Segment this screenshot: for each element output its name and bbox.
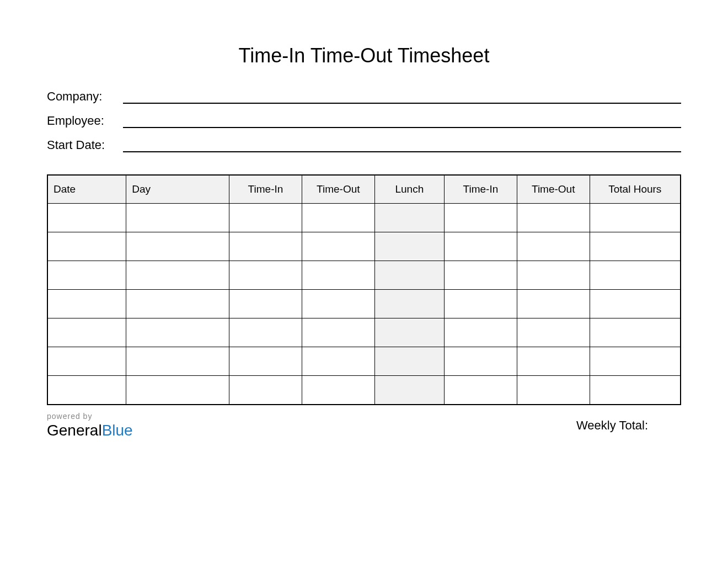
cell-time_in_2[interactable] (445, 376, 517, 405)
cell-total_hours[interactable] (590, 347, 681, 376)
timesheet-table: Date Day Time-In Time-Out Lunch Time-In … (47, 174, 681, 405)
table-row (47, 347, 681, 376)
powered-by-label: powered by (47, 412, 133, 421)
logo-general: General (47, 422, 102, 439)
cell-time_in_1[interactable] (229, 376, 302, 405)
table-row (47, 261, 681, 290)
cell-time_in_2[interactable] (445, 318, 517, 347)
cell-time_out_2[interactable] (517, 318, 590, 347)
cell-day[interactable] (126, 347, 229, 376)
cell-date[interactable] (47, 347, 126, 376)
header-day: Day (126, 175, 229, 204)
cell-time_out_2[interactable] (517, 376, 590, 405)
cell-time_in_2[interactable] (445, 290, 517, 318)
cell-total_hours[interactable] (590, 204, 681, 232)
cell-time_in_1[interactable] (229, 204, 302, 232)
header-time-in-2: Time-In (445, 175, 517, 204)
footer: powered by GeneralBlue Weekly Total: (47, 412, 681, 439)
table-row (47, 318, 681, 347)
cell-time_in_1[interactable] (229, 318, 302, 347)
cell-time_out_1[interactable] (302, 318, 374, 347)
cell-time_out_1[interactable] (302, 261, 374, 290)
table-row (47, 232, 681, 261)
cell-date[interactable] (47, 261, 126, 290)
cell-day[interactable] (126, 204, 229, 232)
header-total-hours: Total Hours (590, 175, 681, 204)
cell-date[interactable] (47, 232, 126, 261)
logo-blue: Blue (102, 422, 133, 439)
cell-total_hours[interactable] (590, 376, 681, 405)
header-lunch: Lunch (374, 175, 444, 204)
cell-total_hours[interactable] (590, 261, 681, 290)
cell-time_in_1[interactable] (229, 347, 302, 376)
start-date-row: Start Date: (47, 138, 681, 152)
start-date-field[interactable] (123, 139, 681, 152)
cell-date[interactable] (47, 290, 126, 318)
weekly-total: Weekly Total: (576, 418, 648, 433)
company-row: Company: (47, 89, 681, 104)
logo: GeneralBlue (47, 422, 133, 439)
cell-date[interactable] (47, 376, 126, 405)
cell-day[interactable] (126, 376, 229, 405)
table-row (47, 290, 681, 318)
cell-time_out_1[interactable] (302, 232, 374, 261)
cell-time_in_2[interactable] (445, 261, 517, 290)
cell-time_out_1[interactable] (302, 204, 374, 232)
cell-time_in_1[interactable] (229, 290, 302, 318)
cell-time_out_2[interactable] (517, 261, 590, 290)
cell-lunch[interactable] (374, 347, 444, 376)
cell-time_out_2[interactable] (517, 232, 590, 261)
header-time-out-1: Time-Out (302, 175, 374, 204)
employee-field[interactable] (123, 115, 681, 128)
cell-lunch[interactable] (374, 318, 444, 347)
cell-day[interactable] (126, 318, 229, 347)
cell-lunch[interactable] (374, 204, 444, 232)
cell-time_out_1[interactable] (302, 347, 374, 376)
cell-lunch[interactable] (374, 290, 444, 318)
company-field[interactable] (123, 91, 681, 104)
header-time-out-2: Time-Out (517, 175, 590, 204)
company-label: Company: (47, 89, 119, 104)
table-header-row: Date Day Time-In Time-Out Lunch Time-In … (47, 175, 681, 204)
cell-total_hours[interactable] (590, 232, 681, 261)
cell-day[interactable] (126, 232, 229, 261)
cell-date[interactable] (47, 318, 126, 347)
cell-total_hours[interactable] (590, 318, 681, 347)
branding: powered by GeneralBlue (47, 412, 133, 439)
header-time-in-1: Time-In (229, 175, 302, 204)
employee-label: Employee: (47, 114, 119, 128)
cell-date[interactable] (47, 204, 126, 232)
employee-row: Employee: (47, 114, 681, 128)
cell-day[interactable] (126, 261, 229, 290)
cell-day[interactable] (126, 290, 229, 318)
info-section: Company: Employee: Start Date: (47, 89, 681, 152)
cell-time_in_1[interactable] (229, 261, 302, 290)
cell-time_in_2[interactable] (445, 347, 517, 376)
header-date: Date (47, 175, 126, 204)
start-date-label: Start Date: (47, 138, 119, 152)
weekly-total-label: Weekly Total: (576, 418, 648, 432)
cell-time_out_2[interactable] (517, 204, 590, 232)
table-row (47, 204, 681, 232)
cell-lunch[interactable] (374, 232, 444, 261)
cell-time_in_2[interactable] (445, 204, 517, 232)
cell-time_out_2[interactable] (517, 347, 590, 376)
cell-lunch[interactable] (374, 376, 444, 405)
table-row (47, 376, 681, 405)
cell-time_in_2[interactable] (445, 232, 517, 261)
cell-lunch[interactable] (374, 261, 444, 290)
cell-time_in_1[interactable] (229, 232, 302, 261)
cell-time_out_2[interactable] (517, 290, 590, 318)
cell-time_out_1[interactable] (302, 290, 374, 318)
cell-total_hours[interactable] (590, 290, 681, 318)
cell-time_out_1[interactable] (302, 376, 374, 405)
page-title: Time-In Time-Out Timesheet (47, 44, 681, 67)
